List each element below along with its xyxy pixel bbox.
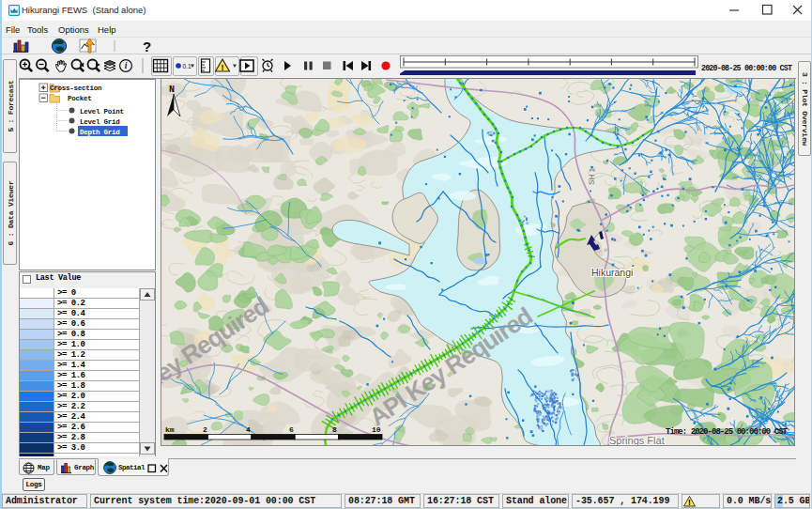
svg-text:!: ! [688, 498, 691, 507]
svg-text:Level Grid: Level Grid [80, 118, 120, 126]
svg-text:0.1: 0.1 [183, 63, 192, 69]
svg-text:!: ! [222, 63, 224, 72]
svg-text:Level Point: Level Point [80, 108, 124, 116]
svg-text:Cross-section: Cross-section [50, 85, 102, 92]
svg-text:i: i [125, 61, 128, 70]
svg-text:?: ? [143, 39, 151, 54]
svg-text:Depth Grid: Depth Grid [80, 129, 120, 136]
svg-text:Pocket: Pocket [68, 95, 92, 102]
svg-text:2020-08-25 00:00:00 CST: 2020-08-25 00:00:00 CST [701, 64, 792, 72]
